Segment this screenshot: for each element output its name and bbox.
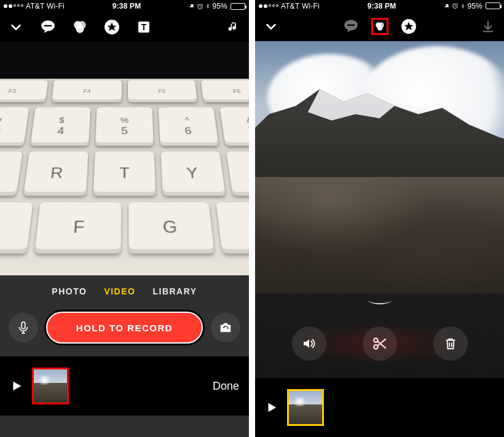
- play-button[interactable]: [265, 400, 278, 415]
- key-f: F: [34, 202, 121, 253]
- clip-timeline: Done: [0, 356, 249, 415]
- key-g: G: [128, 202, 215, 253]
- key-7: &7: [220, 108, 249, 146]
- clip-preview[interactable]: [255, 41, 504, 293]
- carrier-label: AT&T Wi-Fi: [281, 2, 320, 10]
- play-button[interactable]: [10, 378, 23, 394]
- key-e: E: [0, 152, 23, 196]
- record-controls-row: HOLD TO RECORD: [0, 302, 249, 356]
- scissors-icon: [372, 336, 388, 352]
- tab-library[interactable]: LIBRARY: [152, 286, 197, 296]
- speech-bubble-icon[interactable]: [39, 18, 57, 36]
- collapse-chevron-icon[interactable]: [7, 18, 25, 36]
- key-3: #3: [0, 108, 29, 146]
- key-d: D: [0, 202, 33, 253]
- status-left: AT&T Wi-Fi: [4, 2, 65, 10]
- key-f6: F6: [201, 80, 249, 102]
- location-icon: [189, 3, 195, 9]
- editor-toolbar: T: [0, 12, 249, 42]
- filters-icon[interactable]: [371, 18, 388, 35]
- done-button[interactable]: Done: [213, 380, 239, 393]
- svg-text:T: T: [141, 22, 147, 32]
- status-right: 95%: [189, 2, 245, 10]
- record-panel: PHOTO VIDEO LIBRARY HOLD TO RECORD Done: [0, 275, 249, 437]
- keyboard-photo-content: F3 F4 F5 F6 #3 $4 %5 ^6 &7 E R T Y: [0, 42, 249, 275]
- clip-timeline: [255, 378, 504, 437]
- key-t: T: [93, 152, 156, 196]
- key-4: $4: [30, 108, 90, 146]
- edit-panel: [255, 293, 504, 437]
- microphone-icon: [17, 320, 30, 336]
- star-circle-icon[interactable]: [103, 18, 120, 36]
- microphone-button[interactable]: [9, 313, 38, 342]
- editor-toolbar: [255, 12, 504, 41]
- download-icon[interactable]: [479, 18, 497, 35]
- key-f4: F4: [52, 80, 122, 102]
- status-bar: AT&T Wi-Fi 9:38 PM 95%: [255, 0, 504, 12]
- flip-camera-button[interactable]: [211, 313, 240, 342]
- bluetooth-icon: [205, 2, 210, 10]
- hold-to-record-button[interactable]: HOLD TO RECORD: [45, 311, 203, 344]
- play-icon: [265, 400, 278, 415]
- alarm-icon: [452, 2, 459, 9]
- svg-point-5: [76, 25, 84, 33]
- alarm-icon: [197, 3, 203, 10]
- key-5: %5: [95, 108, 154, 146]
- camera-viewfinder: F3 F4 F5 F6 #3 $4 %5 ^6 &7 E R T Y: [0, 42, 249, 275]
- clip-thumbnail[interactable]: [32, 368, 69, 404]
- speech-bubble-icon[interactable]: [342, 18, 360, 35]
- key-r: R: [23, 152, 88, 196]
- phone-right-edit-mode: AT&T Wi-Fi 9:38 PM 95%: [255, 0, 504, 437]
- signal-dots-icon: [4, 4, 23, 8]
- key-u: U: [226, 152, 249, 196]
- mountain-photo-content: [255, 41, 504, 293]
- panel-drag-handle[interactable]: [255, 293, 504, 315]
- phone-left-record-mode: AT&T Wi-Fi 9:38 PM 95% T: [0, 0, 249, 437]
- trash-icon: [444, 336, 457, 352]
- svg-rect-12: [347, 25, 355, 26]
- mute-button[interactable]: [292, 326, 326, 361]
- key-f3: F3: [0, 80, 48, 102]
- svg-rect-2: [44, 25, 52, 26]
- trim-button[interactable]: [363, 326, 397, 361]
- capture-mode-tabs: PHOTO VIDEO LIBRARY: [0, 275, 249, 302]
- volume-icon: [301, 336, 317, 351]
- collapse-chevron-icon[interactable]: [262, 18, 280, 35]
- record-button-label: HOLD TO RECORD: [76, 323, 173, 333]
- key-f5: F5: [128, 80, 198, 102]
- key-y: Y: [160, 152, 225, 196]
- music-note-icon[interactable]: [224, 18, 242, 36]
- flip-camera-icon: [218, 321, 234, 334]
- clip-edit-controls: [255, 315, 504, 378]
- tab-photo[interactable]: PHOTO: [52, 286, 87, 296]
- thumbnail-image: [289, 391, 322, 424]
- text-tool-icon[interactable]: T: [135, 18, 152, 36]
- key-6: ^6: [159, 108, 219, 146]
- filters-icon[interactable]: [71, 18, 89, 36]
- svg-rect-9: [22, 322, 25, 329]
- status-right: 95%: [444, 2, 500, 10]
- svg-point-15: [377, 25, 382, 31]
- bluetooth-icon: [460, 2, 465, 10]
- clock-label: 9:38 PM: [320, 2, 444, 10]
- key-h: H: [216, 202, 249, 253]
- status-bar: AT&T Wi-Fi 9:38 PM 95%: [0, 0, 249, 12]
- location-icon: [444, 3, 450, 9]
- battery-icon: [486, 2, 500, 9]
- drag-handle-icon: [366, 300, 393, 309]
- thumbnail-image: [34, 369, 67, 403]
- tab-video[interactable]: VIDEO: [104, 286, 135, 296]
- battery-pct-label: 95%: [212, 2, 227, 10]
- status-left: AT&T Wi-Fi: [259, 2, 320, 10]
- clock-label: 9:38 PM: [65, 2, 189, 10]
- battery-pct-label: 95%: [467, 2, 482, 10]
- play-icon: [10, 378, 23, 394]
- signal-dots-icon: [259, 4, 278, 8]
- star-circle-icon[interactable]: [400, 18, 417, 35]
- battery-icon: [230, 3, 245, 10]
- carrier-label: AT&T Wi-Fi: [26, 2, 65, 10]
- delete-button[interactable]: [433, 326, 468, 361]
- clip-thumbnail-selected[interactable]: [287, 389, 324, 426]
